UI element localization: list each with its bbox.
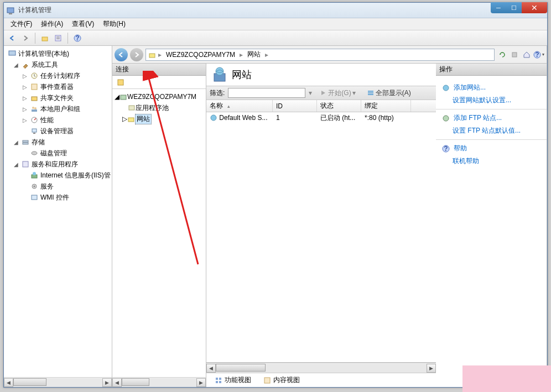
forward-button[interactable]	[19, 32, 32, 44]
mmc-tree[interactable]: 计算机管理(本地) ◢系统工具 ▷任务计划程序 ▷事件查看器 ▷共享文件夹 ▷本…	[4, 46, 112, 377]
scroll-thumb[interactable]	[122, 378, 149, 386]
grid-row[interactable]: Default Web S... 1 已启动 (ht... *:80 (http…	[206, 112, 436, 123]
cell-binding: *:80 (http)	[361, 113, 411, 123]
chevron-right-icon[interactable]: ▸	[240, 51, 243, 59]
collapse-icon[interactable]: ◢	[115, 93, 119, 101]
tree-wmi[interactable]: WMI 控件	[4, 192, 112, 203]
menu-view[interactable]: 查看(V)	[67, 18, 98, 30]
conn-sites-label: 网站	[135, 114, 152, 124]
tree-local-users[interactable]: ▷本地用户和组	[4, 103, 112, 114]
close-button[interactable]: ✕	[522, 2, 547, 13]
scroll-left-button[interactable]: ◀	[206, 364, 216, 373]
action-add-site[interactable]: 添加网站...	[436, 81, 547, 94]
collapse-icon[interactable]: ◢	[13, 161, 19, 168]
scroll-track[interactable]	[13, 378, 102, 387]
action-add-ftp[interactable]: 添加 FTP 站点...	[436, 112, 547, 124]
tree-event-viewer[interactable]: ▷事件查看器	[4, 81, 112, 92]
action-set-ftp-defaults[interactable]: 设置 FTP 站点默认值...	[436, 124, 547, 137]
svg-point-20	[32, 151, 37, 155]
svg-point-13	[34, 107, 37, 109]
collapse-icon[interactable]: ◢	[13, 62, 19, 68]
breadcrumb[interactable]: ▸ WEZ9ZCQOZPAMY7M ▸ 网站 ▸	[145, 49, 495, 61]
left-tree-pane: 计算机管理(本地) ◢系统工具 ▷任务计划程序 ▷事件查看器 ▷共享文件夹 ▷本…	[4, 46, 112, 387]
breadcrumb-server[interactable]: WEZ9ZCQOZPAMY7M	[164, 51, 237, 59]
menu-help[interactable]: 帮助(H)	[98, 18, 130, 30]
scroll-thumb[interactable]	[13, 378, 46, 386]
svg-rect-14	[32, 109, 37, 112]
conn-server-node[interactable]: ◢WEZ9ZCQOZPAMY7M	[112, 91, 206, 102]
scroll-thumb[interactable]	[216, 364, 266, 372]
content-view-tab[interactable]: 内容视图	[258, 373, 305, 387]
conn-app-pools[interactable]: 应用程序池	[112, 102, 206, 113]
scroll-track[interactable]	[216, 364, 427, 373]
svg-rect-37	[368, 91, 373, 92]
actions-group-ftp: 添加 FTP 站点... 设置 FTP 站点默认值...	[436, 109, 547, 140]
conn-save-button[interactable]	[115, 76, 127, 88]
tree-iis[interactable]: Internet 信息服务(IIS)管	[4, 170, 112, 181]
conn-scrollbar[interactable]: ◀ ▶	[112, 377, 206, 387]
tools-icon	[21, 60, 30, 69]
center-pane: 网站 筛选: ▾ 开始(G) ▾ 全部显示(A) 名称▴ ID 状态	[206, 64, 436, 387]
minimize-button[interactable]: ─	[491, 2, 506, 13]
stop-button[interactable]	[509, 49, 520, 60]
left-scrollbar[interactable]: ◀ ▶	[4, 377, 112, 387]
nav-forward-button[interactable]	[130, 48, 143, 61]
home-button[interactable]	[521, 49, 532, 60]
tree-task-scheduler[interactable]: ▷任务计划程序	[4, 70, 112, 81]
tree-device-manager[interactable]: 设备管理器	[4, 126, 112, 137]
expand-icon[interactable]: ▷	[22, 84, 28, 90]
col-status[interactable]: 状态	[317, 100, 361, 112]
menu-action[interactable]: 操作(A)	[37, 18, 67, 30]
help-button[interactable]: ?	[71, 32, 84, 44]
menu-file[interactable]: 文件(F)	[6, 18, 37, 30]
chevron-right-icon[interactable]: ▸	[265, 51, 268, 59]
filter-input[interactable]	[228, 88, 305, 98]
tree-services[interactable]: 服务	[4, 181, 112, 192]
grid-scrollbar[interactable]: ◀ ▶	[206, 363, 436, 373]
conn-sites[interactable]: ▷网站	[112, 113, 206, 124]
tree-system-tools[interactable]: ◢系统工具	[4, 59, 112, 70]
action-online-help[interactable]: 联机帮助	[436, 155, 547, 168]
tree-performance[interactable]: ▷性能	[4, 114, 112, 126]
expand-icon[interactable]: ▷	[22, 73, 28, 79]
action-help[interactable]: ?帮助	[436, 142, 547, 155]
server-icon	[119, 93, 127, 101]
svg-rect-41	[216, 378, 218, 380]
collapse-icon[interactable]: ◢	[13, 139, 19, 145]
properties-button[interactable]	[52, 32, 64, 44]
folder-up-button[interactable]	[39, 32, 51, 44]
tree-disk-management[interactable]: 磁盘管理	[4, 148, 112, 159]
scroll-track[interactable]	[122, 378, 196, 387]
scroll-left-button[interactable]: ◀	[112, 378, 122, 387]
tree-storage[interactable]: ◢存储	[4, 137, 112, 148]
maximize-button[interactable]: ☐	[506, 2, 522, 13]
action-set-site-defaults[interactable]: 设置网站默认设置...	[436, 94, 547, 107]
scroll-right-button[interactable]: ▶	[196, 378, 206, 387]
tree-services-apps[interactable]: ◢服务和应用程序	[4, 159, 112, 170]
sites-grid[interactable]: 名称▴ ID 状态 绑定 Default Web S... 1 已启动 (ht.…	[206, 100, 436, 363]
col-id[interactable]: ID	[273, 100, 317, 112]
expand-icon[interactable]: ▷	[22, 95, 28, 101]
expand-icon[interactable]: ▷	[22, 117, 28, 123]
col-name[interactable]: 名称▴	[206, 100, 273, 112]
nav-back-button[interactable]	[115, 48, 128, 61]
tree-shared-folders[interactable]: ▷共享文件夹	[4, 92, 112, 103]
svg-rect-8	[9, 51, 15, 55]
feature-view-tab[interactable]: 功能视图	[210, 373, 256, 387]
connections-tree[interactable]: ◢WEZ9ZCQOZPAMY7M 应用程序池 ▷网站	[112, 89, 206, 377]
expand-icon[interactable]: ▷	[122, 115, 127, 123]
scroll-left-button[interactable]: ◀	[4, 378, 13, 387]
start-button[interactable]: 开始(G) ▾	[315, 87, 359, 100]
show-all-button[interactable]: 全部显示(A)	[363, 87, 415, 100]
scroll-right-button[interactable]: ▶	[427, 364, 436, 373]
back-button[interactable]	[6, 32, 18, 44]
tree-root[interactable]: 计算机管理(本地)	[4, 48, 112, 59]
breadcrumb-sites[interactable]: 网站	[245, 50, 263, 59]
col-binding[interactable]: 绑定	[361, 100, 411, 112]
refresh-button[interactable]	[497, 49, 508, 60]
chevron-right-icon[interactable]: ▸	[158, 51, 162, 59]
svg-rect-26	[32, 195, 37, 200]
expand-icon[interactable]: ▷	[22, 106, 28, 112]
help-dropdown-button[interactable]: ?▾	[533, 49, 544, 60]
scroll-right-button[interactable]: ▶	[102, 378, 112, 387]
